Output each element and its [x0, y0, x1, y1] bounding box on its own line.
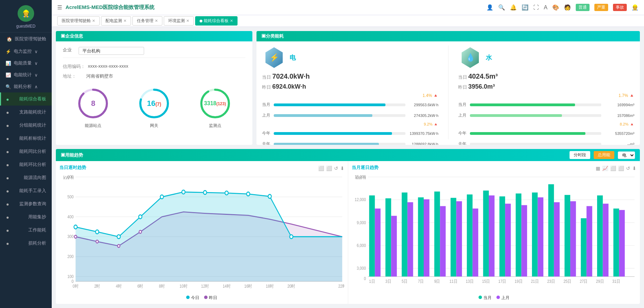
tab-close[interactable]: ✕ — [155, 19, 158, 23]
circles-row: 8 能源站点 — [63, 86, 245, 129]
water-bar-lastmonth: 上月 157086m³ — [458, 112, 635, 118]
chart-minimize2-icon[interactable]: ⬜ — [618, 166, 624, 171]
btn-total[interactable]: 总用能 — [594, 151, 614, 159]
circle-label-1: 能源站点 — [76, 123, 110, 129]
water-bar-month: 当月 169994m³ — [458, 102, 635, 108]
avatar-icon[interactable]: 👷 — [632, 4, 638, 11]
sidebar-item-query[interactable]: 监测参数查询 — [0, 197, 52, 210]
search-icon[interactable]: 🔍 — [498, 4, 505, 11]
circle-label-3: 监测点 — [198, 123, 232, 129]
svg-point-39 — [96, 240, 98, 243]
svg-rect-69 — [385, 198, 391, 277]
sidebar-item-benchmark[interactable]: 能耗析标统计 — [0, 132, 52, 145]
sidebar-item-manual[interactable]: 能耗手工录入 — [0, 184, 52, 197]
svg-text:19日: 19日 — [514, 279, 522, 284]
bottom-row: ▣用能趋势 分时段 总用能 电 水 当日逐时趋势 — [56, 149, 640, 304]
tab-dashboard[interactable]: 医院管理驾驶舱 ✕ — [57, 16, 100, 26]
svg-rect-83 — [499, 196, 505, 276]
right-chart-legend: 当月 上月 — [352, 295, 637, 301]
chart-refresh-icon[interactable]: ↺ — [334, 166, 338, 171]
chart-expand-icon[interactable]: ⬜ — [318, 166, 324, 171]
sidebar-logo: 👷 guestMED — [0, 0, 52, 32]
tab-power[interactable]: 配电监测 ✕ — [101, 16, 131, 26]
sidebar-item-group[interactable]: 分组能耗统计 — [0, 119, 52, 132]
sidebar-item-flow[interactable]: 能源流向图 — [0, 171, 52, 184]
svg-rect-71 — [402, 192, 407, 277]
svg-text:3日: 3日 — [385, 279, 391, 284]
svg-rect-85 — [515, 193, 521, 277]
refresh-icon[interactable]: 🔄 — [522, 4, 529, 11]
svg-rect-92 — [570, 201, 576, 276]
user-icon[interactable]: 👤 — [486, 4, 493, 11]
sidebar-item-power[interactable]: ⚡ 电力监控 ∨ — [0, 46, 52, 57]
chart-line-icon[interactable]: 📈 — [602, 166, 608, 171]
svg-rect-91 — [564, 195, 570, 277]
chart-bar-icon[interactable]: ▦ — [596, 166, 600, 171]
sidebar-item-dashboard[interactable]: 🏠 医院管理驾驶舱 — [0, 32, 52, 46]
circle-gateway: 16(7) 网关 — [137, 86, 171, 129]
tab-env[interactable]: 环境监测 ✕ — [164, 16, 194, 26]
water-year-value: 5355720m³ — [603, 131, 634, 136]
tab-task[interactable]: 任务管理 ✕ — [132, 16, 162, 26]
tab-kanban[interactable]: 能耗综合看板 ✕ — [195, 16, 238, 26]
svg-text:4时: 4时 — [116, 284, 122, 288]
svg-rect-74 — [423, 199, 429, 277]
svg-rect-80 — [472, 209, 478, 277]
tab-close[interactable]: ✕ — [123, 19, 127, 23]
sidebar-item-analysis[interactable]: 🔍 能耗分析 ∧ — [0, 81, 52, 92]
electricity-bar-lastmonth: 上月 274305.2kW·h — [262, 112, 439, 118]
circle-label-2: 网关 — [137, 123, 171, 129]
svg-point-34 — [225, 191, 228, 195]
left-chart-tools[interactable]: ⬜ ⬜ ↺ ⬇ — [318, 166, 344, 171]
company-panel: ▣企业信息 企业 信用编码： xxxx-xxxx-xxxx-xxxx 地址： 河… — [56, 31, 252, 145]
svg-text:17日: 17日 — [498, 279, 506, 284]
tab-close-active[interactable]: ✕ — [230, 19, 233, 23]
sidebar-item-yoy[interactable]: 能耗同比分析 — [0, 145, 52, 158]
platform-input[interactable] — [79, 47, 144, 55]
btn-segment[interactable]: 分时段 — [570, 151, 590, 159]
chart-minimize-icon[interactable]: ⬜ — [326, 166, 332, 171]
svg-text:11日: 11日 — [449, 279, 457, 284]
svg-text:500: 500 — [68, 194, 74, 199]
sidebar-item-stats[interactable]: 📈 电能统计 ∨ — [0, 69, 52, 81]
svg-rect-89 — [548, 184, 554, 277]
sidebar-item-branch[interactable]: 支路能耗统计 — [0, 106, 52, 119]
water-bar-lastyear: 去年 --m³ — [458, 141, 635, 145]
svg-text:13日: 13日 — [466, 279, 474, 284]
tab-company[interactable]: 企业 — [63, 47, 72, 55]
svg-rect-68 — [375, 209, 381, 277]
sidebar-item-workenergy[interactable]: 工作能耗 — [0, 223, 52, 237]
badge-serious[interactable]: 严重 — [594, 4, 608, 11]
svg-rect-94 — [586, 206, 592, 277]
fullscreen-icon[interactable]: ⛶ — [533, 4, 539, 11]
chart-download2-icon[interactable]: ⬇ — [632, 166, 636, 171]
sidebar-item-kanban[interactable]: 能耗综合看板 — [0, 92, 52, 106]
person-icon[interactable]: 🧑 — [564, 4, 571, 11]
menu-icon[interactable]: ☰ — [57, 4, 62, 11]
sidebar-item-mom[interactable]: 能耗环比分析 — [0, 158, 52, 171]
chart-refresh2-icon[interactable]: ↺ — [626, 166, 630, 171]
tab-close[interactable]: ✕ — [186, 19, 189, 23]
badge-normal[interactable]: 普通 — [576, 4, 590, 11]
font-icon[interactable]: A — [544, 4, 547, 11]
energy-type-select[interactable]: 电 水 — [618, 151, 635, 159]
badge-accident[interactable]: 事故 — [613, 4, 627, 11]
sidebar-item-quality[interactable]: 📊 电能质量 ∨ — [0, 57, 52, 69]
svg-point-33 — [203, 191, 207, 195]
elec-month-value: 299563.6kW·h — [407, 103, 439, 107]
svg-text:600: 600 — [68, 174, 74, 179]
main-content: ☰ AcrelEMS-MED医院综合能效管理系统 👤 🔍 🔔 🔄 ⛶ A 🎨 🧑… — [52, 0, 644, 308]
sidebar-item-collection[interactable]: 用能集抄 — [0, 210, 52, 223]
skin-icon[interactable]: 🎨 — [552, 4, 559, 11]
sidebar-item-loss[interactable]: 损耗分析 — [0, 237, 52, 250]
svg-rect-95 — [597, 196, 603, 277]
svg-text:300: 300 — [68, 234, 74, 239]
right-chart-tools[interactable]: ▦ 📈 ⬜ ⬜ ↺ ⬇ — [596, 166, 636, 171]
chart-download-icon[interactable]: ⬇ — [340, 166, 344, 171]
bell-icon[interactable]: 🔔 — [510, 4, 517, 11]
chart-expand2-icon[interactable]: ⬜ — [610, 166, 616, 171]
svg-rect-72 — [407, 202, 413, 276]
svg-point-30 — [139, 215, 142, 219]
tab-close[interactable]: ✕ — [92, 19, 95, 23]
svg-text:100: 100 — [68, 274, 74, 279]
